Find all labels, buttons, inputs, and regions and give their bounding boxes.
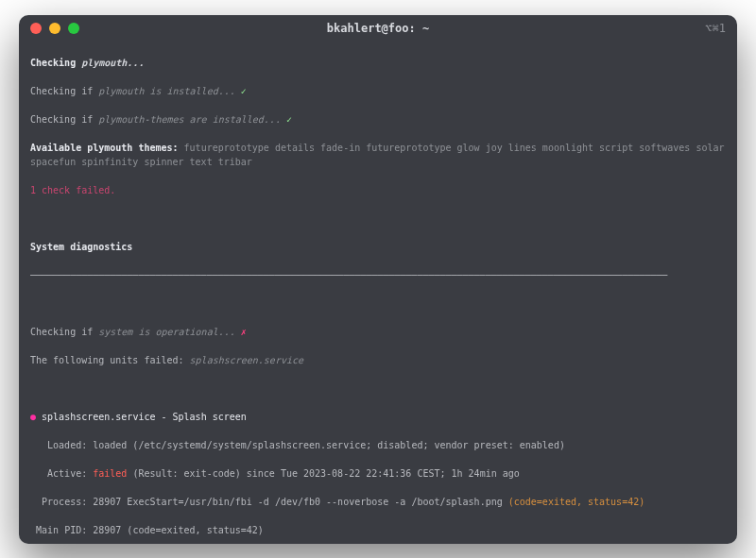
check-icon: ✓ [286, 114, 292, 125]
service-mainpid: Main PID: 28907 (code=exited, status=42) [30, 523, 726, 537]
service-loaded: Loaded: loaded (/etc/systemd/system/spla… [30, 438, 726, 452]
section-head-sub: plymouth... [81, 58, 144, 68]
units-failed-label: The following units failed: [30, 355, 190, 365]
terminal-window: bkahlert@foo: ~ ⌥⌘1 Checking plymouth...… [19, 15, 737, 544]
check-subject: system is operational... [98, 327, 241, 337]
units-failed-value: splashscreen.service [190, 355, 303, 365]
check-line: Checking if [30, 86, 98, 96]
check-subject: plymouth-themes are installed... [98, 114, 286, 125]
cross-icon: ✗ [241, 327, 247, 337]
titlebar: bkahlert@foo: ~ ⌥⌘1 [19, 15, 737, 42]
diagnostics-head: System diagnostics [30, 240, 726, 254]
service-header: splashscreen.service - Splash screen [42, 412, 247, 422]
service-active-status: failed [93, 468, 127, 479]
themes-label: Available plymouth themes: [30, 143, 179, 153]
maximize-icon[interactable] [68, 23, 79, 34]
terminal-output[interactable]: Checking plymouth... Checking if plymout… [19, 42, 737, 544]
check-icon: ✓ [241, 86, 247, 96]
window-title: bkahlert@foo: ~ [327, 22, 429, 35]
check-failed: 1 check failed. [30, 183, 726, 197]
minimize-icon[interactable] [49, 23, 60, 34]
scrollbar[interactable] [729, 79, 734, 544]
horizontal-rule: ────────────────────────────────────────… [30, 268, 726, 282]
section-head: Checking [30, 58, 81, 68]
check-line: Checking if [30, 114, 98, 125]
traffic-lights [30, 23, 79, 34]
close-icon[interactable] [30, 23, 42, 34]
service-process-code: (code=exited, status=42) [508, 497, 645, 507]
check-subject: plymouth is installed... [98, 86, 241, 96]
check-line: Checking if [30, 327, 98, 337]
bullet-icon: ● [30, 412, 36, 422]
terminal-wrap: Checking plymouth... Checking if plymout… [19, 42, 737, 544]
service-active-label: Active: [30, 468, 93, 479]
pane-indicator: ⌥⌘1 [705, 22, 726, 35]
service-process: Process: 28907 ExecStart=/usr/bin/fbi -d… [30, 497, 508, 507]
service-active-detail: (Result: exit-code) since Tue 2023-08-22… [127, 468, 519, 479]
